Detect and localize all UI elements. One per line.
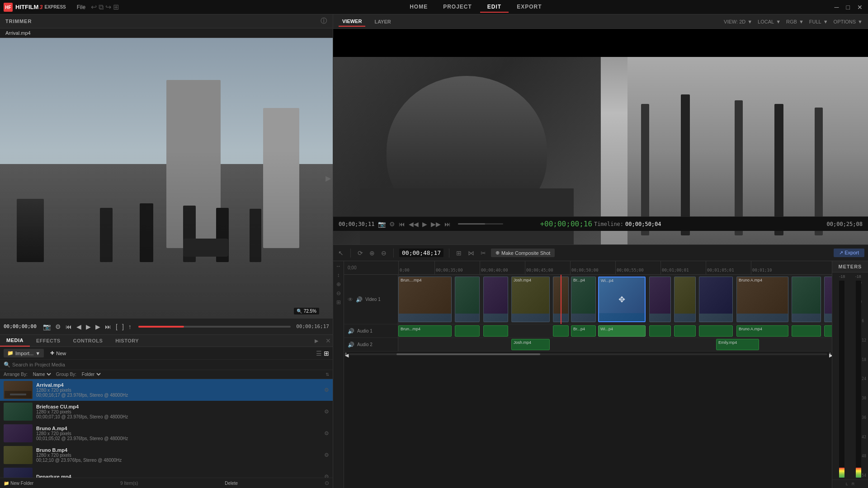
- audio1-clip3[interactable]: [483, 325, 508, 337]
- media-tab-media[interactable]: MEDIA: [0, 335, 30, 347]
- trim-camera-icon[interactable]: 📷: [42, 323, 52, 330]
- maximize-button[interactable]: □: [844, 4, 852, 11]
- media-item[interactable]: Departure.mp4 ⚙: [0, 466, 333, 478]
- media-settings-departure[interactable]: ⚙: [324, 474, 329, 478]
- view-2d-btn[interactable]: VIEW: 2D ▼: [724, 19, 752, 24]
- sort-icon[interactable]: ⇅: [326, 372, 329, 377]
- media-settings-brunoa[interactable]: ⚙: [324, 430, 329, 436]
- editor-magnet-icon[interactable]: ⋈: [467, 249, 476, 257]
- video1-eye-icon[interactable]: 👁: [348, 296, 353, 303]
- timeline-tool4[interactable]: ⊖: [336, 290, 341, 296]
- rgb-btn[interactable]: RGB ▼: [786, 19, 804, 24]
- app-logo[interactable]: HF HITFILM3EXPRESS: [4, 3, 66, 12]
- audio2-clip1[interactable]: Josh.mp4: [511, 339, 550, 350]
- clip-v3[interactable]: [483, 277, 508, 322]
- viewer-settings-icon[interactable]: ⚙: [389, 221, 395, 228]
- timeline-tool1[interactable]: ↔: [336, 263, 341, 269]
- tab-edit[interactable]: EDIT: [480, 2, 509, 13]
- clip-br[interactable]: Br...p4: [571, 277, 596, 322]
- minimize-button[interactable]: ─: [833, 4, 841, 11]
- audio1-clip-sel[interactable]: Wi...p4: [598, 325, 646, 337]
- editor-timecode[interactable]: 00;00;48;17: [399, 249, 443, 257]
- grid-icon[interactable]: ⊞: [113, 3, 119, 11]
- audio1-clips[interactable]: Brun...mp4 Br...p4 Wi...p4: [398, 324, 832, 338]
- media-tab-effects[interactable]: EFFECTS: [30, 335, 67, 346]
- clip-v8[interactable]: [674, 277, 696, 322]
- editor-tool-link[interactable]: ⊕: [368, 249, 376, 257]
- media-item[interactable]: Bruno B.mp4 1280 x 720 pixels 00;12;10 @…: [0, 444, 333, 466]
- audio1-clip7[interactable]: [649, 325, 671, 337]
- editor-tool-sync[interactable]: ⟳: [356, 249, 364, 257]
- scroll-left-btn[interactable]: ◀: [345, 352, 347, 356]
- audio1-clip1[interactable]: Brun...mp4: [398, 325, 452, 337]
- audio1-clip4[interactable]: [553, 325, 569, 337]
- options-btn[interactable]: OPTIONS ▼: [834, 19, 863, 24]
- trim-play-icon[interactable]: ▶: [85, 323, 92, 330]
- viewer-play-icon[interactable]: ▶: [422, 221, 427, 228]
- trim-frame-back-icon[interactable]: ◀: [75, 323, 83, 330]
- video1-clips[interactable]: Brun....mp4 Josh.mp4: [398, 275, 832, 324]
- media-tab-controls[interactable]: CONTROLS: [67, 335, 109, 346]
- clip-brunoa[interactable]: Bruno A.mp4: [736, 277, 788, 322]
- viewer-progress[interactable]: [458, 223, 503, 225]
- trim-prev-icon[interactable]: ⏮: [64, 323, 73, 330]
- media-settings-brunob[interactable]: ⚙: [324, 452, 329, 458]
- close-button[interactable]: ✕: [855, 4, 864, 11]
- copy-icon[interactable]: ⧉: [99, 3, 104, 11]
- tab-export[interactable]: EXPORT: [509, 2, 549, 13]
- trim-insert-icon[interactable]: ↑: [127, 323, 133, 330]
- trim-in-icon[interactable]: [: [114, 323, 119, 330]
- audio2-mute-icon[interactable]: 🔊: [348, 342, 354, 348]
- clip-v7[interactable]: [649, 277, 671, 322]
- scroll-thumb[interactable]: [396, 353, 540, 355]
- composite-shot-button[interactable]: ⊕ Make Composite Shot: [491, 249, 555, 257]
- search-input[interactable]: [12, 362, 329, 367]
- viewer-next-icon[interactable]: ⏭: [444, 221, 451, 228]
- audio1-clip12[interactable]: [824, 325, 832, 337]
- editor-tool-slip[interactable]: ⊖: [380, 249, 388, 257]
- viewer-frame-fwd-icon[interactable]: ▶▶: [431, 221, 441, 228]
- clip-josh[interactable]: Josh.mp4: [511, 277, 550, 322]
- timeline-tool5[interactable]: ⊞: [336, 299, 341, 305]
- clip-v9[interactable]: [699, 277, 733, 322]
- local-btn[interactable]: LOCAL ▼: [758, 19, 781, 24]
- audio1-mute-icon[interactable]: 🔊: [348, 328, 354, 334]
- media-item[interactable]: Arrival.mp4 1280 x 720 pixels 00;00;16;1…: [0, 379, 333, 401]
- new-folder-button[interactable]: 📁 New Folder: [4, 481, 33, 486]
- timeline-tool3[interactable]: ⊕: [336, 281, 341, 287]
- grid-view-btn[interactable]: ⊞: [324, 350, 329, 357]
- media-item[interactable]: Bruno A.mp4 1280 x 720 pixels 00;01;05;0…: [0, 422, 333, 444]
- viewer-prev-icon[interactable]: ⏮: [399, 221, 405, 228]
- editor-razor-icon[interactable]: ✂: [479, 249, 487, 257]
- audio1-clip8[interactable]: [674, 325, 696, 337]
- audio2-clips[interactable]: Josh.mp4 Emily.mp4: [398, 338, 832, 351]
- clip-v12[interactable]: [824, 277, 832, 322]
- expand-arrow[interactable]: ▶: [326, 174, 331, 183]
- clip-small1[interactable]: [553, 277, 569, 322]
- trim-progress-bar[interactable]: [138, 326, 291, 328]
- trim-frame-fwd-icon[interactable]: ▶: [94, 323, 102, 330]
- clip-wi-selected[interactable]: Wi...p4 +00;00;00;17 ✥: [598, 277, 646, 322]
- toggle-icon[interactable]: ⊙: [325, 480, 329, 486]
- editor-snap-icon[interactable]: ⊞: [455, 249, 463, 257]
- timeline-scrollbar[interactable]: ◀ ▶: [344, 352, 832, 357]
- media-settings-arrival[interactable]: ⚙: [324, 387, 329, 393]
- trim-out-icon[interactable]: ]: [121, 323, 125, 330]
- clip-brun1[interactable]: Brun....mp4: [398, 277, 452, 322]
- arrange-select[interactable]: Name: [31, 371, 52, 377]
- audio1-clip2[interactable]: [455, 325, 480, 337]
- media-item[interactable]: Briefcase CU.mp4 1280 x 720 pixels 00;00…: [0, 401, 333, 422]
- media-tab-history[interactable]: HISTORY: [109, 335, 145, 346]
- viewer-tab-viewer[interactable]: VIEWER: [339, 17, 365, 27]
- clip-v2[interactable]: [455, 277, 480, 322]
- clip-v11[interactable]: [792, 277, 821, 322]
- media-tab-more[interactable]: ▶: [311, 338, 322, 344]
- list-view-btn[interactable]: ☰: [316, 350, 322, 357]
- audio1-clip11[interactable]: [792, 325, 821, 337]
- media-settings-briefcase[interactable]: ⚙: [324, 408, 329, 415]
- video1-audio-icon[interactable]: 🔊: [356, 296, 363, 303]
- viewer-tab-layer[interactable]: LAYER: [371, 17, 394, 26]
- timeline-ruler[interactable]: 0;00 00;00;35;00 00;00;40;00 00;00;45;00…: [398, 261, 832, 274]
- delete-button[interactable]: Delete: [225, 481, 238, 486]
- scroll-track[interactable]: [349, 353, 827, 355]
